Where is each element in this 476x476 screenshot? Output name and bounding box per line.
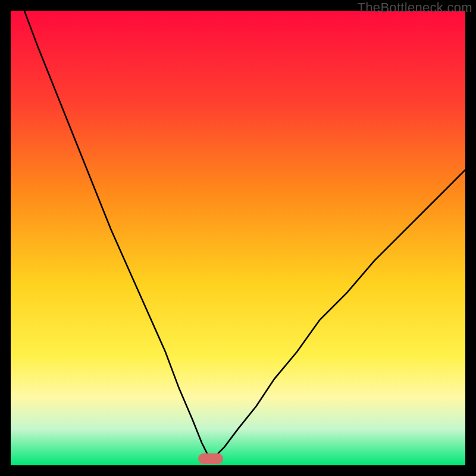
curve-right-path <box>211 170 465 461</box>
chart-frame: TheBottleneck.com <box>0 0 476 476</box>
curve-left-path <box>24 11 211 461</box>
bottleneck-marker <box>198 453 223 464</box>
watermark-text: TheBottleneck.com <box>358 0 472 15</box>
plot-area <box>11 11 465 465</box>
bottleneck-curve <box>11 11 465 465</box>
